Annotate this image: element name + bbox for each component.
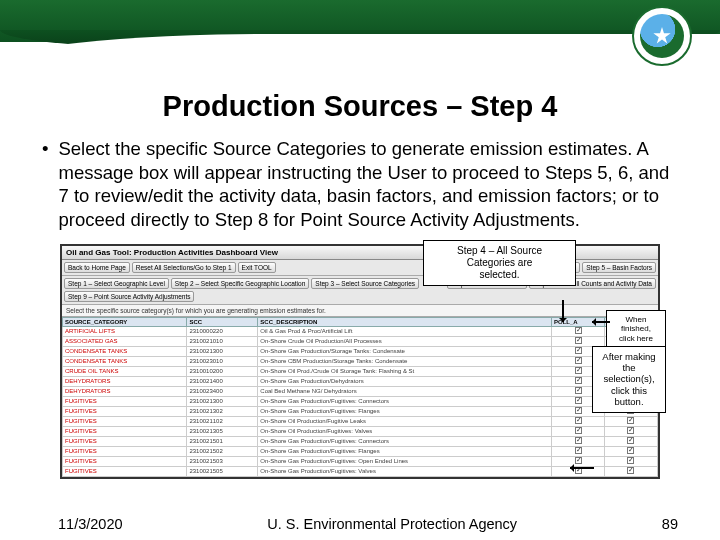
ss-col-header: SCC <box>187 317 258 326</box>
bullet-text: Select the specific Source Categories to… <box>58 137 678 232</box>
callout-finished: When finished, click here <box>606 310 666 349</box>
checkbox-icon[interactable] <box>575 367 582 374</box>
ss-button[interactable]: Step 2 – Select Specific Geographic Loca… <box>171 278 309 289</box>
checkbox-icon[interactable] <box>575 457 582 464</box>
ss-button[interactable]: Step 9 – Point Source Activity Adjustmen… <box>64 291 194 302</box>
ss-button[interactable]: Step 3 – Select Source Categories <box>311 278 419 289</box>
checkbox-icon[interactable] <box>627 437 634 444</box>
checkbox-icon[interactable] <box>627 447 634 454</box>
checkbox-icon[interactable] <box>575 447 582 454</box>
table-row: ASSOCIATED GAS2310021010On-Shore Crude O… <box>63 336 658 346</box>
table-row: FUGITIVES2310021302On-Shore Gas Producti… <box>63 406 658 416</box>
table-row: DEHYDRATORS2310021400On-Shore Gas Produc… <box>63 376 658 386</box>
ss-button[interactable]: Step 5 – Basin Factors <box>582 262 656 273</box>
slide-banner <box>0 0 720 72</box>
ss-instruction: Select the specific source category(s) f… <box>62 305 658 317</box>
checkbox-icon[interactable] <box>575 397 582 404</box>
footer-org: U. S. Environmental Protection Agency <box>267 516 517 532</box>
slide-footer: 11/3/2020 U. S. Environmental Protection… <box>0 516 720 532</box>
epa-logo <box>632 6 692 66</box>
table-row: FUGITIVES2310021502On-Shore Gas Producti… <box>63 446 658 456</box>
arrow-icon <box>570 467 594 469</box>
checkbox-icon[interactable] <box>575 337 582 344</box>
checkbox-icon[interactable] <box>575 357 582 364</box>
ss-button[interactable]: Reset All Selections/Go to Step 1 <box>132 262 236 273</box>
ss-col-header: SCC_DESCRIPTION <box>258 317 552 326</box>
callout-step4: Step 4 – All Source Categories are selec… <box>423 240 576 286</box>
table-row: ARTIFICIAL LIFTS2310000220Oil & Gas Prod… <box>63 326 658 336</box>
checkbox-icon[interactable] <box>627 417 634 424</box>
callout-line: Step 4 – All Source <box>430 245 569 257</box>
checkbox-icon[interactable] <box>575 437 582 444</box>
callout-after-selection: After making the selection(s), click thi… <box>592 346 666 413</box>
checkbox-icon[interactable] <box>575 427 582 434</box>
checkbox-icon[interactable] <box>575 387 582 394</box>
callout-line: Categories are <box>430 257 569 269</box>
checkbox-icon[interactable] <box>575 417 582 424</box>
table-row: FUGITIVES2310021501On-Shore Gas Producti… <box>63 436 658 446</box>
bullet-item: • Select the specific Source Categories … <box>42 137 678 232</box>
arrow-icon <box>562 300 564 322</box>
checkbox-icon[interactable] <box>575 347 582 354</box>
table-row: FUGITIVES2310021300On-Shore Gas Producti… <box>63 396 658 406</box>
ss-button[interactable]: Back to Home Page <box>64 262 130 273</box>
arrow-icon <box>592 321 610 323</box>
checkbox-icon[interactable] <box>627 457 634 464</box>
bullet-dot-icon: • <box>42 137 48 232</box>
embedded-screenshot: Oil and Gas Tool: Production Activities … <box>60 244 660 479</box>
table-row: FUGITIVES2310021102On-Shore Oil Producti… <box>63 416 658 426</box>
ss-button[interactable]: Step 1 – Select Geographic Level <box>64 278 169 289</box>
checkbox-icon[interactable] <box>575 377 582 384</box>
checkbox-icon[interactable] <box>627 467 634 474</box>
table-row: DEHYDRATORS2310023400Coal Bed Methane NG… <box>63 386 658 396</box>
checkbox-icon[interactable] <box>575 407 582 414</box>
callout-line: selected. <box>430 269 569 281</box>
checkbox-icon[interactable] <box>627 427 634 434</box>
ss-button[interactable]: Exit TOOL <box>238 262 276 273</box>
ss-table: SOURCE_CATEGORYSCCSCC_DESCRIPTIONPOLL_AP… <box>62 317 658 477</box>
table-row: FUGITIVES2310021305On-Shore Oil Producti… <box>63 426 658 436</box>
slide-title: Production Sources – Step 4 <box>0 90 720 123</box>
table-row: CONDENSATE TANKS2310023010On-Shore CBM P… <box>63 356 658 366</box>
footer-page: 89 <box>662 516 678 532</box>
footer-date: 11/3/2020 <box>58 516 123 532</box>
table-row: CONDENSATE TANKS2310021300On-Shore Gas P… <box>63 346 658 356</box>
table-row: CRUDE OIL TANKS2310010200On-Shore Oil Pr… <box>63 366 658 376</box>
checkbox-icon[interactable] <box>575 327 582 334</box>
ss-col-header: SOURCE_CATEGORY <box>63 317 187 326</box>
